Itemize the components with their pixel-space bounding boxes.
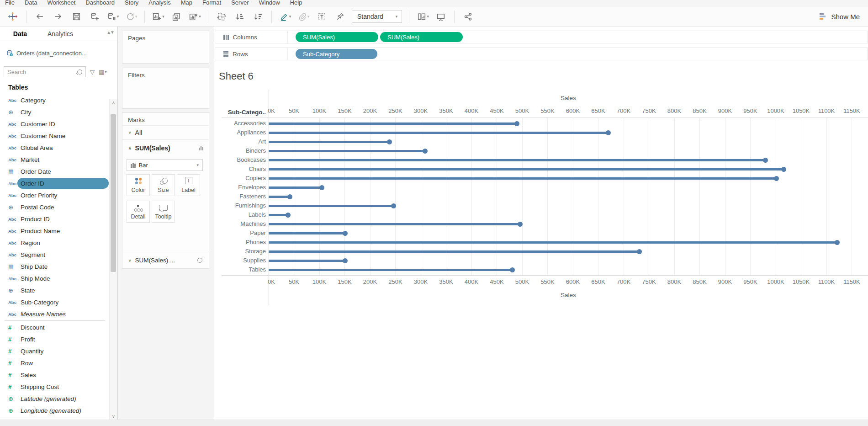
menu-format[interactable]: Format (197, 0, 226, 7)
columns-shelf[interactable]: Columns SUM(Sales) SUM(Sales) (215, 31, 868, 43)
field-city[interactable]: ⊕City (0, 106, 110, 118)
category-label-art[interactable]: Art (222, 137, 266, 146)
redo-icon[interactable] (49, 9, 67, 24)
bar-mark[interactable] (269, 186, 322, 189)
field-segment[interactable]: AbcSegment (0, 249, 110, 261)
field-product-id[interactable]: AbcProduct ID (0, 213, 110, 225)
category-label-fasteners[interactable]: Fasteners (222, 192, 266, 201)
field-latitude-generated-[interactable]: ⊕Latitude (generated) (0, 393, 110, 405)
pill-sum-sales-1[interactable]: SUM(Sales) (296, 32, 378, 42)
pill-sub-category[interactable]: Sub-Category (296, 49, 377, 59)
field-row[interactable]: #Row (0, 357, 110, 369)
field-customer-id[interactable]: AbcCustomer ID (0, 118, 110, 130)
share-workbook-icon[interactable] (459, 9, 477, 24)
data-source-item[interactable]: Orders (data_connection... (6, 47, 115, 59)
dropdown-caret-icon[interactable]: ▾ (196, 163, 199, 167)
show-hide-cards-icon[interactable]: ▾ (413, 9, 432, 24)
dropdown-caret-icon[interactable]: ▾ (427, 14, 429, 19)
field-longitude-generated-[interactable]: ⊕Longitude (generated) (0, 405, 110, 416)
bar-mark[interactable] (269, 260, 345, 262)
circle-mark[interactable] (606, 130, 611, 135)
bar-mark[interactable] (269, 141, 389, 143)
circle-mark[interactable] (637, 249, 642, 254)
category-label-binders[interactable]: Binders (222, 146, 266, 155)
chevron-down-icon[interactable]: ∨ (128, 258, 132, 263)
category-label-labels[interactable]: Labels (222, 210, 266, 219)
filter-icon[interactable]: ▽ (90, 69, 95, 75)
clear-sheet-icon[interactable]: ▾ (185, 9, 204, 24)
field-order-date[interactable]: ▦Order Date (0, 165, 110, 177)
menu-analysis[interactable]: Analysis (143, 0, 175, 7)
field-ship-mode[interactable]: AbcShip Mode (0, 272, 110, 284)
circle-mark[interactable] (343, 231, 348, 236)
fit-selector[interactable]: Standard ▾ (352, 10, 402, 23)
menu-data[interactable]: Data (20, 0, 42, 7)
menu-window[interactable]: Window (254, 0, 285, 7)
filters-card[interactable]: Filters (122, 68, 209, 109)
field-discount[interactable]: #Discount (0, 321, 110, 333)
category-label-supplies[interactable]: Supplies (222, 256, 266, 265)
bar-mark[interactable] (269, 214, 288, 216)
bar-mark[interactable] (269, 177, 776, 180)
field-customer-name[interactable]: AbcCustomer Name (0, 130, 110, 142)
duplicate-icon[interactable] (167, 9, 185, 24)
chevron-up-icon[interactable]: ∧ (128, 146, 132, 150)
detail-button[interactable]: Detail (127, 201, 150, 223)
dropdown-caret-icon[interactable]: ▾ (199, 14, 201, 19)
pill-sum-sales-2[interactable]: SUM(Sales) (380, 32, 463, 42)
mark-type-select[interactable]: Bar ▾ (127, 159, 203, 171)
field-sales[interactable]: #Sales (0, 369, 110, 381)
circle-mark[interactable] (835, 240, 840, 245)
sort-ascending-icon[interactable] (231, 9, 249, 24)
circle-mark[interactable] (387, 139, 392, 144)
circle-mark[interactable] (319, 185, 324, 190)
new-worksheet-icon[interactable]: ▾ (149, 9, 167, 24)
dropdown-caret-icon[interactable]: ▾ (117, 14, 119, 19)
menu-file[interactable]: File (0, 0, 20, 7)
bar-mark[interactable] (269, 232, 345, 234)
search-input[interactable]: Search (4, 66, 86, 77)
menu-server[interactable]: Server (226, 0, 254, 7)
menu-map[interactable]: Map (176, 0, 197, 7)
tab-analytics[interactable]: Analytics (40, 30, 80, 37)
highlight-icon[interactable]: ▾ (276, 9, 294, 24)
category-label-bookcases[interactable]: Bookcases (222, 155, 266, 165)
field-state[interactable]: ⊕State (0, 284, 110, 296)
dropdown-caret-icon[interactable]: ▾ (289, 14, 291, 19)
category-label-phones[interactable]: Phones (222, 238, 266, 247)
circle-mark[interactable] (391, 203, 396, 208)
data-pane-scrollbar[interactable]: ∧ ∨ (109, 99, 117, 420)
circle-mark[interactable] (763, 158, 768, 163)
dropdown-caret-icon[interactable]: ▾ (396, 14, 398, 19)
category-label-furnishings[interactable]: Furnishings (222, 201, 266, 210)
category-label-storage[interactable]: Storage (222, 247, 266, 256)
circle-mark[interactable] (781, 167, 786, 172)
show-me-button[interactable]: Show Me (819, 13, 860, 21)
field-ship-date[interactable]: ▦Ship Date (0, 261, 110, 272)
field-shipping-cost[interactable]: #Shipping Cost (0, 381, 110, 393)
tableau-logo-icon[interactable] (4, 9, 22, 24)
circle-mark[interactable] (774, 176, 779, 181)
circle-mark[interactable] (423, 149, 428, 154)
menu-help[interactable]: Help (285, 0, 307, 7)
pane-expand-icon[interactable]: ▲▼ (106, 30, 114, 35)
circle-mark[interactable] (343, 258, 348, 263)
bar-mark[interactable] (269, 205, 393, 207)
field-market[interactable]: AbcMarket (0, 154, 110, 165)
menu-worksheet[interactable]: Worksheet (42, 0, 80, 7)
circle-mark[interactable] (514, 121, 519, 126)
view-options-icon[interactable]: ▦ (99, 69, 104, 75)
scrollbar-thumb[interactable] (111, 114, 116, 272)
bar-mark[interactable] (269, 196, 290, 198)
category-label-accessories[interactable]: Accessories (222, 119, 266, 128)
circle-mark[interactable] (518, 222, 523, 227)
bar-mark[interactable] (269, 223, 520, 225)
pages-card[interactable]: Pages (122, 31, 209, 64)
field-measure-names[interactable]: AbcMeasure Names (0, 308, 110, 320)
plot-area[interactable] (269, 119, 868, 274)
circle-mark[interactable] (287, 194, 292, 199)
field-order-id[interactable]: AbcOrder ID (0, 177, 110, 189)
field-profit[interactable]: #Profit (0, 333, 110, 345)
category-label-envelopes[interactable]: Envelopes (222, 183, 266, 192)
color-button[interactable]: Color (127, 174, 150, 196)
